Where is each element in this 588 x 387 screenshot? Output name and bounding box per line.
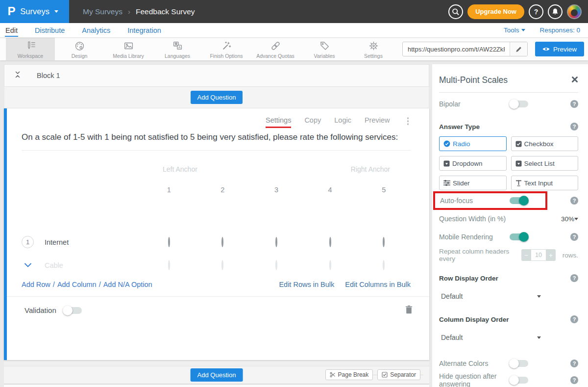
bipolar-toggle[interactable] [510,101,528,107]
row-display-order-select[interactable]: Default [439,290,541,302]
answer-type-slider[interactable]: Slider [439,176,507,190]
add-column-link[interactable]: Add Column [57,281,97,288]
left-anchor-input[interactable]: Left Anchor [163,165,197,173]
toolbar-item-languages[interactable]: A Languages [153,38,202,60]
block-footer-gap [4,360,429,366]
answer-type-checkbox[interactable]: Checkbox [511,136,579,151]
tab-distribute[interactable]: Distribute [34,24,65,37]
mobile-rendering-toggle[interactable] [510,233,528,240]
add-row-link[interactable]: Add Row [22,281,50,288]
toolbar-item-variables[interactable]: Variables [300,38,349,60]
product-switcher[interactable]: P Surveys [0,0,69,23]
anchor-row: Left Anchor Right Anchor [22,165,411,173]
radio-button[interactable] [221,260,223,270]
hide-question-toggle[interactable] [510,377,528,384]
add-question-button-top[interactable]: Add Question [191,91,243,104]
edit-rows-bulk-link[interactable]: Edit Rows in Bulk [279,281,334,288]
delete-question-button[interactable] [405,305,413,316]
upgrade-now-button[interactable]: Upgrade Now [467,4,524,19]
tools-menu[interactable]: Tools [504,26,526,34]
toolbar-item-media-library[interactable]: Media Library [104,38,153,60]
help-icon[interactable]: ? [570,197,578,205]
page-break-button[interactable]: Page Break [325,369,373,380]
right-anchor-input[interactable]: Right Anchor [351,165,390,173]
alternate-colors-toggle[interactable] [510,360,528,367]
separator-button[interactable]: Separator [377,369,420,380]
answer-type-dropdown[interactable]: Dropdown [439,156,507,171]
help-icon[interactable]: ? [570,233,578,241]
answer-type-label: Checkbox [524,140,554,148]
radio-button[interactable] [383,260,385,270]
radio-button[interactable] [168,237,170,247]
responses-count[interactable]: Responses: 0 [539,26,580,34]
add-question-button-bottom[interactable]: Add Question [191,368,243,382]
row-label[interactable]: Cable [45,261,63,269]
row-expand-button[interactable] [22,263,34,268]
answer-type-text-input[interactable]: Text Input [511,176,579,190]
radio-button[interactable] [329,237,331,247]
question-tab-copy[interactable]: Copy [304,116,321,126]
toolbar-item-settings[interactable]: Settings [349,38,398,60]
add-na-option-link[interactable]: Add N/A Option [103,281,152,288]
toolbar-item-finish-options[interactable]: Finish Options [202,38,251,60]
answer-type-select-list[interactable]: Select List [511,156,579,171]
question-tab-logic[interactable]: Logic [334,116,351,126]
column-header[interactable]: 2 [196,186,250,194]
radio-button[interactable] [168,260,170,270]
toolbar-item-advance-quotas[interactable]: Advance Quotas [251,38,300,60]
edit-url-button[interactable] [510,42,527,56]
toolbar-item-workspace[interactable]: Workspace [6,38,55,60]
row-label[interactable]: Internet [45,238,69,246]
help-icon[interactable]: ? [570,315,578,323]
validation-toggle[interactable] [63,307,82,314]
mobile-rendering-label: Mobile Rendering [439,233,510,241]
radio-button[interactable] [383,237,385,247]
survey-nav: Edit Distribute Analytics Integration To… [0,23,588,38]
repeat-headers-input[interactable] [531,249,546,261]
question-divider [22,150,411,151]
answer-type-grid: Radio Checkbox Dropdown Select List [439,136,578,190]
help-icon[interactable]: ? [570,360,578,367]
avatar[interactable] [567,4,582,19]
tab-analytics[interactable]: Analytics [81,24,111,37]
alternate-colors-setting: Alternate Colors ? [439,358,578,369]
question-text[interactable]: On a scale of 1-5 with 1 being not satis… [22,131,411,144]
question-tab-settings[interactable]: Settings [266,116,291,126]
close-icon [571,76,578,83]
notifications-button[interactable] [548,4,563,19]
column-header[interactable]: 4 [303,186,357,194]
radio-button[interactable] [329,260,331,270]
question-menu-button[interactable] [405,116,411,126]
column-header[interactable]: 5 [357,186,411,194]
stepper-minus-button[interactable]: − [521,249,531,261]
radio-button[interactable] [221,237,223,247]
help-icon[interactable]: ? [570,100,578,108]
block-title[interactable]: Block 1 [37,72,60,79]
tab-edit[interactable]: Edit [5,24,18,37]
close-panel-button[interactable] [571,76,578,85]
help-icon[interactable]: ? [570,274,578,282]
toolbar-item-design[interactable]: Design [55,38,104,60]
edit-columns-bulk-link[interactable]: Edit Columns in Bulk [345,281,411,288]
help-icon[interactable]: ? [570,123,578,130]
stepper-plus-button[interactable]: + [546,249,556,261]
collapse-block-button[interactable] [14,71,21,80]
help-icon[interactable]: ? [570,376,578,384]
survey-url-input[interactable] [403,42,510,56]
auto-focus-toggle[interactable] [510,197,528,204]
breadcrumb-my-surveys[interactable]: My Surveys [83,7,122,16]
column-display-order-select[interactable]: Default [439,332,541,343]
question-tab-preview[interactable]: Preview [365,116,390,126]
column-header[interactable]: 1 [142,186,196,194]
column-header[interactable]: 3 [249,186,303,194]
caret-icon[interactable] [574,218,578,220]
preview-button[interactable]: Preview [535,42,584,56]
question-width-value[interactable]: 30% [561,215,574,223]
answer-type-radio[interactable]: Radio [439,136,507,151]
help-button[interactable]: ? [529,4,543,19]
radio-button[interactable] [275,260,277,270]
tab-integration[interactable]: Integration [127,24,162,37]
page-break-label: Page Break [338,371,369,378]
search-button[interactable] [448,4,463,19]
radio-button[interactable] [275,237,277,247]
